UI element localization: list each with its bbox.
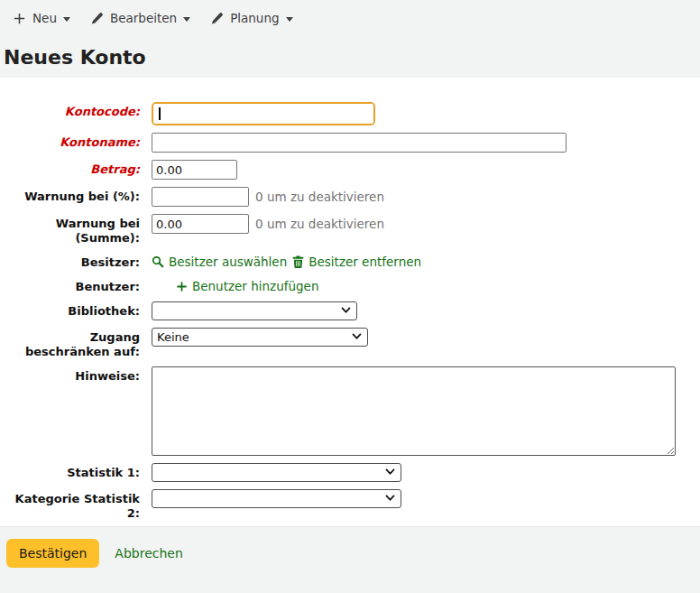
- pencil-icon: [90, 12, 104, 25]
- bibliothek-label: Bibliothek:: [9, 301, 140, 320]
- betrag-input[interactable]: [152, 160, 237, 180]
- plus-icon: [13, 12, 26, 25]
- hinweise-textarea[interactable]: [152, 366, 676, 456]
- plus-icon: [176, 281, 188, 292]
- text-cursor: [159, 107, 161, 120]
- trash-icon: [292, 255, 304, 268]
- select-owner-label: Besitzer auswählen: [169, 255, 287, 269]
- kontocode-input-wrap: [152, 102, 375, 125]
- field-row-betrag: Betrag:: [0, 160, 700, 180]
- add-user-link[interactable]: Benutzer hinzufügen: [176, 277, 318, 293]
- toolbar: Neu Bearbeiten Planung: [0, 0, 700, 36]
- new-button[interactable]: Neu: [11, 7, 72, 29]
- warnung-prozent-label: Warnung bei (%):: [9, 187, 140, 207]
- benutzer-label: Benutzer:: [9, 277, 140, 294]
- chevron-down-icon: [183, 17, 190, 22]
- statistik2-label: Kategorie Statistik 2:: [9, 489, 140, 521]
- field-row-bibliothek: Bibliothek:: [0, 301, 700, 320]
- statistik1-select[interactable]: [152, 463, 401, 482]
- new-fund-form: Kontocode: Kontoname: Betrag: Warnung be…: [0, 78, 700, 526]
- kontocode-label: Kontocode:: [9, 102, 140, 125]
- bibliothek-select[interactable]: [152, 301, 357, 320]
- new-button-label: Neu: [32, 11, 57, 25]
- zugang-label: Zugang beschränken auf:: [9, 328, 140, 359]
- remove-owner-link[interactable]: Besitzer entfernen: [292, 253, 421, 269]
- field-row-statistik1: Statistik 1:: [0, 463, 700, 482]
- statistik1-label: Statistik 1:: [9, 463, 140, 482]
- pencil-icon: [210, 12, 224, 25]
- kontoname-input[interactable]: [152, 133, 566, 153]
- besitzer-label: Besitzer:: [9, 253, 140, 270]
- search-icon: [152, 255, 164, 268]
- chevron-down-icon: [286, 17, 293, 22]
- field-row-besitzer: Besitzer: Besitzer auswählen Besitzer: [0, 253, 700, 270]
- remove-owner-label: Besitzer entfernen: [309, 255, 421, 269]
- cancel-link[interactable]: Abbrechen: [115, 539, 182, 561]
- edit-button[interactable]: Bearbeiten: [88, 7, 192, 29]
- betrag-label: Betrag:: [9, 160, 140, 180]
- field-row-warnung-summe: Warnung bei (Summe): 0 um zu deaktiviere…: [0, 214, 700, 246]
- warnung-summe-label: Warnung bei (Summe):: [9, 214, 140, 246]
- form-action-bar: Bestätigen Abbrechen: [0, 526, 700, 593]
- field-row-benutzer: Benutzer: Benutzer hinzufügen: [0, 277, 700, 294]
- add-user-label: Benutzer hinzufügen: [192, 279, 318, 293]
- page-title: Neues Konto: [0, 36, 700, 79]
- submit-button[interactable]: Bestätigen: [6, 539, 99, 568]
- field-row-statistik2: Kategorie Statistik 2:: [0, 489, 700, 521]
- kontocode-input[interactable]: [153, 104, 373, 124]
- hinweise-label: Hinweise:: [9, 366, 140, 456]
- field-row-kontocode: Kontocode:: [0, 102, 700, 125]
- field-row-zugang: Zugang beschränken auf: Keine: [0, 328, 700, 359]
- edit-button-label: Bearbeiten: [110, 11, 177, 25]
- planning-button-label: Planung: [230, 11, 279, 25]
- statistik2-select[interactable]: [152, 489, 401, 508]
- zugang-select[interactable]: Keine: [152, 328, 368, 347]
- select-owner-link[interactable]: Besitzer auswählen: [152, 253, 287, 269]
- warnung-summe-hint: 0 um zu deaktivieren: [255, 214, 384, 231]
- field-row-kontoname: Kontoname:: [0, 133, 700, 153]
- warnung-summe-input[interactable]: [152, 214, 249, 234]
- planning-button[interactable]: Planung: [208, 7, 294, 29]
- kontoname-label: Kontoname:: [9, 133, 140, 153]
- warnung-prozent-hint: 0 um zu deaktivieren: [255, 187, 384, 204]
- field-row-warnung-prozent: Warnung bei (%): 0 um zu deaktivieren: [0, 187, 700, 207]
- field-row-hinweise: Hinweise:: [0, 366, 700, 456]
- chevron-down-icon: [63, 17, 70, 22]
- warnung-prozent-input[interactable]: [152, 187, 249, 207]
